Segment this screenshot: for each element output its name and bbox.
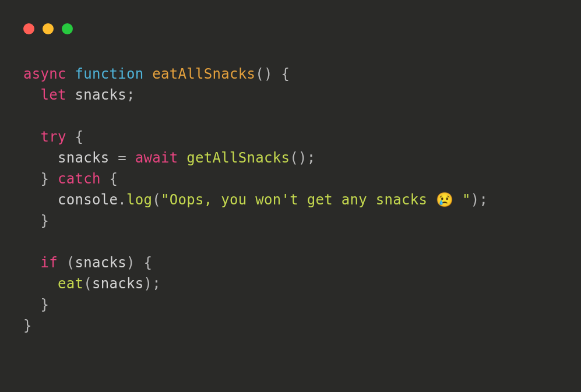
code-token	[23, 129, 41, 145]
code-token	[23, 213, 41, 229]
code-token	[273, 66, 281, 82]
code-line: async function eatAllSnacks() {	[23, 63, 581, 84]
code-line: }	[23, 210, 581, 231]
code-token: snacks	[75, 255, 127, 271]
code-token	[23, 255, 41, 271]
code-token: }	[41, 171, 50, 187]
code-token	[126, 150, 135, 166]
maximize-button[interactable]	[62, 23, 73, 34]
code-token	[66, 87, 75, 103]
window-titlebar	[0, 0, 581, 34]
code-token	[58, 255, 66, 271]
code-token: (	[290, 150, 298, 166]
code-token	[66, 66, 75, 82]
code-token	[49, 171, 58, 187]
code-line: if (snacks) {	[23, 252, 581, 273]
code-line: eat(snacks);	[23, 273, 581, 294]
code-token: eat	[58, 276, 83, 292]
code-token	[101, 171, 110, 187]
code-token: }	[41, 213, 50, 229]
code-token	[66, 129, 75, 145]
code-token: function	[75, 66, 144, 82]
code-token: getAllSnacks	[186, 150, 290, 166]
code-token: await	[135, 150, 178, 166]
code-token: async	[23, 66, 66, 82]
code-token: "Oops, you won't get any snacks 😢 "	[161, 192, 471, 208]
code-line: try {	[23, 126, 581, 147]
code-line: }	[23, 294, 581, 315]
code-token: if	[41, 255, 58, 271]
minimize-button[interactable]	[43, 23, 54, 34]
code-token: let	[41, 87, 66, 103]
code-token: )	[264, 66, 273, 82]
code-token	[23, 296, 41, 313]
code-token: {	[75, 129, 84, 145]
code-editor-content[interactable]: async function eatAllSnacks() { let snac…	[0, 34, 581, 336]
code-token	[23, 276, 58, 292]
code-token	[23, 87, 41, 103]
code-token: console	[58, 192, 118, 208]
code-token: snacks	[92, 276, 144, 292]
code-token	[178, 150, 187, 166]
code-token: )	[144, 276, 153, 292]
code-token	[23, 150, 58, 166]
code-token: (	[83, 276, 92, 292]
code-token	[144, 66, 153, 82]
code-token: snacks	[75, 87, 127, 103]
code-token: (	[152, 192, 161, 208]
code-token: {	[281, 66, 290, 82]
code-token	[110, 150, 118, 166]
code-token: }	[41, 296, 50, 313]
code-token: log	[126, 192, 152, 208]
code-line	[23, 231, 581, 252]
code-line: }	[23, 315, 581, 336]
code-line: console.log("Oops, you won't get any sna…	[23, 189, 581, 210]
code-token: eatAllSnacks	[152, 66, 255, 82]
code-token	[135, 255, 144, 271]
code-token	[23, 171, 41, 187]
code-line: } catch {	[23, 168, 581, 189]
code-token: (	[255, 66, 264, 82]
code-token: }	[23, 317, 32, 334]
code-line	[23, 105, 581, 126]
close-button[interactable]	[23, 23, 34, 34]
code-token: try	[41, 129, 66, 145]
code-token: ;	[152, 276, 161, 292]
code-line: snacks = await getAllSnacks();	[23, 147, 581, 168]
code-line: let snacks;	[23, 84, 581, 105]
code-token: =	[118, 150, 126, 166]
code-token: {	[144, 255, 153, 271]
code-editor-window: async function eatAllSnacks() { let snac…	[0, 0, 581, 392]
code-token: .	[118, 192, 126, 208]
code-token: )	[298, 150, 307, 166]
code-token	[23, 192, 58, 208]
code-token: ;	[307, 150, 316, 166]
code-token: catch	[58, 171, 101, 187]
code-token: ;	[480, 192, 488, 208]
code-token: snacks	[58, 150, 110, 166]
code-token: )	[126, 255, 135, 271]
code-token: (	[66, 255, 75, 271]
code-token: {	[110, 171, 118, 187]
code-token: ;	[126, 87, 135, 103]
code-token: )	[471, 192, 480, 208]
